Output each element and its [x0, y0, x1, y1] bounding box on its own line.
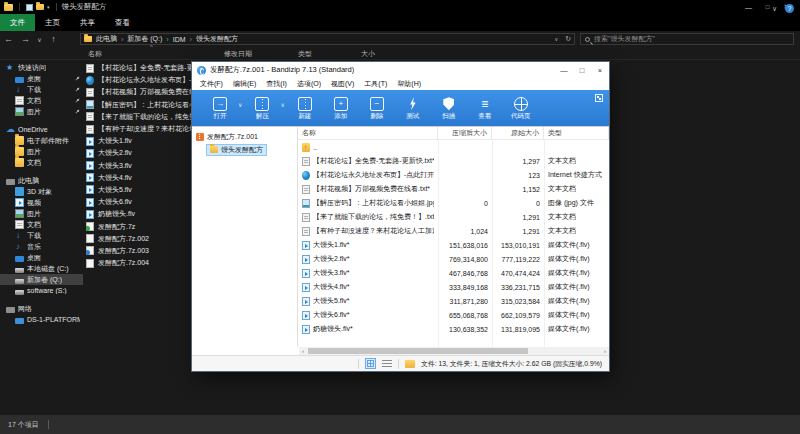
qat-newfolder-icon[interactable] — [36, 4, 44, 10]
archive-row[interactable]: 大馒头5.flv* 311,871,280 315,023,584 媒体文件(.… — [298, 294, 609, 308]
minimize-button[interactable]: — — [739, 0, 758, 14]
close-button[interactable]: × — [591, 62, 609, 78]
sidebar-item[interactable]: 文档 — [0, 219, 83, 230]
menu-item[interactable]: 文件(F) — [195, 79, 228, 89]
archive-row[interactable]: 【村花视频】万部视频免费在线看.txt* 1,152 文本文档 — [298, 182, 609, 196]
column-header-type[interactable]: 类型 — [298, 49, 312, 59]
menu-item[interactable]: 视图(V) — [326, 79, 359, 89]
list-view-icon[interactable] — [382, 360, 392, 368]
tree-folder-item-selected[interactable]: 馒头发酵配方 — [206, 144, 267, 156]
refresh-icon[interactable]: ↻ — [565, 35, 571, 43]
archive-row[interactable]: 大馒头1.flv* 151,638,016 153,010,191 媒体文件(.… — [298, 238, 609, 252]
toolbar-button[interactable]: 代码页 — [503, 97, 539, 120]
toolbar-button[interactable]: 测试 — [395, 97, 431, 120]
sidebar-item[interactable]: 图片 — [0, 146, 83, 157]
chevron-down-icon[interactable]: ∨ — [238, 101, 242, 108]
search-input[interactable]: 搜索"馒头发酵配方" — [580, 33, 794, 45]
archive-row[interactable]: 【村花论坛永久地址发布页】-点此打开.url* 123 Internet 快捷方… — [298, 168, 609, 182]
column-header-date[interactable]: 修改日期 — [224, 49, 252, 59]
address-chevron-down-icon[interactable]: ∨ — [554, 36, 558, 42]
horizontal-scrollbar[interactable]: ‹ › — [299, 347, 609, 355]
sidebar-item[interactable]: 视频 — [0, 197, 83, 208]
up-button[interactable]: ↑ — [45, 34, 62, 44]
archive-row[interactable]: 大馒头3.flv* 467,846,768 470,474,424 媒体文件(.… — [298, 266, 609, 280]
archive-row[interactable]: .. — [298, 140, 609, 154]
col-type[interactable]: 类型 — [544, 127, 609, 140]
sidebar-section-header[interactable]: OneDrive — [0, 124, 83, 135]
sidebar-item[interactable]: 音乐 — [0, 241, 83, 252]
toolbar-button[interactable]: 扫描 — [431, 97, 467, 120]
archive-row[interactable]: 大馒头2.flv* 769,314,800 777,119,222 媒体文件(.… — [298, 252, 609, 266]
forward-button[interactable]: → — [17, 34, 34, 44]
menu-item[interactable]: 查找(I) — [261, 79, 292, 89]
back-button[interactable]: ← — [0, 34, 17, 44]
sidebar-item[interactable]: DS-1-PLATFORM — [0, 314, 83, 325]
sidebar-item[interactable]: 3D 对象 — [0, 186, 83, 197]
ribbon-tab[interactable]: 主页 — [35, 14, 70, 31]
ribbon-tab[interactable]: 查看 — [105, 14, 140, 31]
sidebar-item[interactable]: 新加卷 (Q:) — [0, 274, 83, 285]
sidebar-item[interactable]: 文档 — [0, 157, 83, 168]
breadcrumb-segment[interactable]: 此电脑 › — [96, 34, 127, 44]
menu-item[interactable]: 帮助(H) — [392, 79, 426, 89]
breadcrumb-segment[interactable]: 馒头发酵配方 › — [196, 34, 238, 44]
sidebar-item[interactable]: 桌面 — [0, 252, 83, 263]
sidebar-item[interactable]: 下载 — [0, 230, 83, 241]
sidebar-section-header[interactable]: 快速访问 — [0, 62, 83, 73]
toolbar-icon — [213, 97, 227, 111]
menu-item[interactable]: 编辑(E) — [228, 79, 261, 89]
archive-row[interactable]: 【来了就能下载的论坛，纯免费！】.txt* 1,291 文本文档 — [298, 210, 609, 224]
column-header-name[interactable]: 名称 — [88, 49, 102, 59]
qat-properties-icon[interactable] — [26, 4, 33, 11]
sidebar-item[interactable]: 本地磁盘 (C:) — [0, 263, 83, 274]
toolbar-button[interactable]: 新建 — [287, 97, 323, 120]
toolbar-customize-icon[interactable] — [595, 94, 603, 102]
archive-row[interactable]: 【有种子却没速度？来村花论坛人工加速】.txt* 1,024 1,291 文本文… — [298, 224, 609, 238]
qat-chevron-down-icon[interactable]: ▾ — [47, 4, 50, 10]
sidebar-item[interactable]: 桌面 — [0, 73, 83, 84]
help-icon[interactable]: ? — [785, 4, 794, 13]
archive-row[interactable]: 【解压密码】：上村花论坛看小姐姐.jpg 0 0 图像 (jpg) 文件 — [298, 196, 609, 210]
scroll-left-icon[interactable]: ‹ — [299, 347, 307, 355]
col-original[interactable]: 原始大小 — [492, 127, 544, 140]
archive-row[interactable]: 奶糖馒头.flv* 130,638,352 131,819,095 媒体文件(.… — [298, 322, 609, 336]
address-bar[interactable]: 此电脑 › 新加卷 (Q:) › IDM › 馒头发酵配方 › — [80, 33, 575, 45]
archive-row[interactable]: 大馒头4.flv* 333,849,168 336,231,715 媒体文件(.… — [298, 280, 609, 294]
ribbon-tab[interactable]: 共享 — [70, 14, 105, 31]
menu-item[interactable]: 选项(O) — [292, 79, 326, 89]
breadcrumb-segment[interactable]: IDM › — [173, 36, 196, 43]
sidebar-item[interactable]: 文档 — [0, 95, 83, 106]
toolbar-button[interactable]: 添加 — [323, 97, 359, 120]
chevron-down-icon[interactable]: ∨ — [280, 101, 284, 108]
toolbar-button[interactable]: 打开 ∨ — [202, 97, 244, 120]
minimize-button[interactable]: — — [555, 62, 573, 78]
tree-root-item[interactable]: 发酵配方.7z.001 — [192, 130, 297, 143]
toolbar-button[interactable]: 解压 ∨ — [244, 97, 286, 120]
archive-row[interactable]: 大馒头6.flv* 655,068,768 662,109,579 媒体文件(.… — [298, 308, 609, 322]
sidebar-item[interactable]: 图片 — [0, 106, 83, 117]
col-compressed[interactable]: 压缩后大小 — [438, 127, 492, 140]
scroll-right-icon[interactable]: › — [601, 347, 609, 355]
sidebar-item[interactable]: 下载 — [0, 84, 83, 95]
breadcrumb-segment[interactable]: 新加卷 (Q:) › — [127, 34, 172, 44]
sidebar-item[interactable]: 电子邮件附件 — [0, 135, 83, 146]
column-header-size[interactable]: 大小 — [361, 49, 375, 59]
recent-chevron-icon[interactable]: ∨ — [34, 36, 45, 43]
sidebar-item[interactable]: 图片 — [0, 208, 83, 219]
grid-view-icon[interactable] — [365, 358, 376, 369]
file-icon — [302, 199, 310, 208]
toolbar-button[interactable]: 查看 — [467, 97, 503, 120]
archive-row[interactable]: 【村花论坛】全免费-无套路-更新快.txt* 1,297 文本文档 — [298, 154, 609, 168]
menu-item[interactable]: 工具(T) — [359, 79, 392, 89]
col-name[interactable]: 名称 — [298, 127, 438, 140]
folder-view-icon[interactable] — [405, 360, 415, 368]
maximize-button[interactable]: □ — [573, 62, 591, 78]
ribbon-collapse-chevron-icon[interactable]: ∨ — [772, 5, 777, 13]
scrollbar-thumb[interactable] — [308, 348, 528, 354]
ribbon-tab[interactable]: 文件 — [0, 14, 35, 31]
toolbar-button[interactable]: 删除 — [359, 97, 395, 120]
file-type: 媒体文件(.flv) — [544, 252, 609, 266]
sidebar-section-header[interactable]: 网络 — [0, 303, 83, 314]
sidebar-section-header[interactable]: 此电脑 — [0, 175, 83, 186]
sidebar-item[interactable]: software (S:) — [0, 285, 83, 296]
